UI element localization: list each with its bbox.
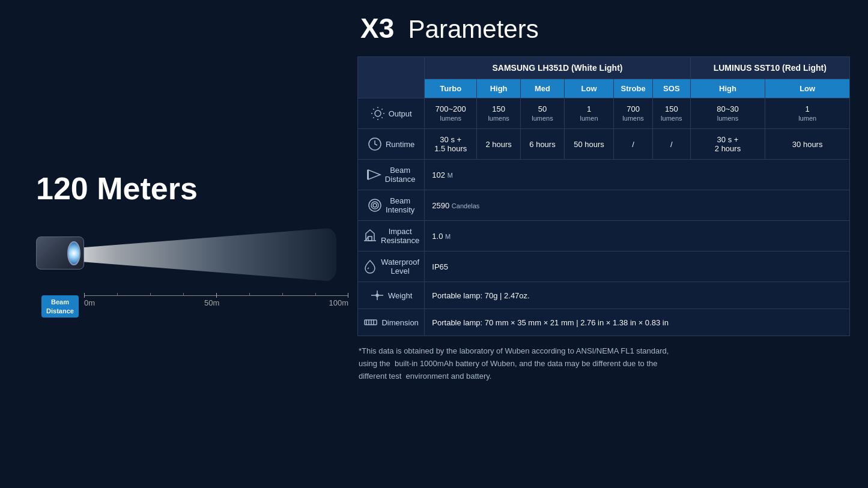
label-impact: ImpactResistance: [358, 221, 425, 252]
output-low-red: 1lumen: [765, 98, 850, 129]
output-strobe: 700lumens: [614, 98, 653, 129]
th-high-white: High: [477, 79, 521, 98]
svg-line-7: [373, 117, 374, 118]
model-name: X3: [360, 13, 394, 44]
label-weight: Weight: [358, 282, 425, 309]
label-runtime: Runtime: [358, 129, 425, 160]
th-high-red: High: [690, 79, 765, 98]
th-low-white: Low: [564, 79, 613, 98]
runtime-high-red: 30 s +2 hours: [690, 129, 765, 160]
flashlight-body: [36, 236, 84, 270]
specs-table: SAMSUNG LH351D (White Light) LUMINUS SST…: [357, 56, 850, 336]
right-panel: X3 Parameters SAMSUNG LH351D (White Ligh…: [357, 12, 850, 382]
beam-distance-icon: [367, 167, 381, 182]
scale-section: Beam Distance 0m 50m 100m: [36, 295, 348, 318]
beam-distance-badge: Beam Distance: [41, 295, 79, 318]
svg-line-8: [381, 109, 382, 109]
th-low-red: Low: [765, 79, 850, 98]
svg-line-17: [368, 268, 369, 269]
th-sos: SOS: [653, 79, 691, 98]
output-low: 1lumen: [564, 98, 613, 129]
svg-line-4: [381, 117, 382, 118]
scale-label-50: 50m: [204, 298, 219, 307]
waterproof-icon: [363, 259, 377, 274]
output-turbo: 700~200lumens: [425, 98, 477, 129]
runtime-high: 2 hours: [477, 129, 521, 160]
dimension-icon: [363, 315, 378, 330]
flashlight-lens: [67, 241, 80, 265]
svg-rect-11: [367, 170, 369, 179]
label-waterproof: WaterproofLevel: [358, 252, 425, 282]
ruler-area: 0m 50m 100m: [84, 295, 348, 307]
sun-icon: [371, 106, 385, 121]
runtime-sos: /: [653, 129, 691, 160]
th-turbo: Turbo: [425, 79, 477, 98]
th-luminus: LUMINUS SST10 (Red Light): [690, 57, 849, 79]
page-params: Parameters: [408, 15, 539, 43]
row-dimension: Dimension Portable lamp: 70 mm × 35 mm ×…: [358, 309, 850, 336]
runtime-med: 6 hours: [521, 129, 565, 160]
scale-label-0: 0m: [84, 298, 95, 307]
output-high: 150lumens: [477, 98, 521, 129]
svg-point-13: [371, 202, 378, 209]
svg-marker-10: [368, 170, 380, 179]
row-runtime: Runtime 30 s +1.5 hours 2 hours 6 hours …: [358, 129, 850, 160]
value-beam-distance: 102 M: [425, 160, 850, 190]
page-title: X3 Parameters: [357, 12, 850, 44]
runtime-low-red: 30 hours: [765, 129, 850, 160]
clock-icon: [368, 137, 382, 151]
footnote-text: *This data is obtained by the laboratory…: [359, 346, 669, 381]
label-output: Output: [358, 98, 425, 129]
th-samsung: SAMSUNG LH351D (White Light): [425, 57, 690, 79]
th-med: Med: [521, 79, 565, 98]
scale-label-100: 100m: [329, 298, 348, 307]
row-waterproof: WaterproofLevel IP65: [358, 252, 850, 282]
label-beam-distance: BeamDistance: [358, 160, 425, 190]
beam-distance-heading: 120 Meters: [36, 170, 360, 206]
th-strobe: Strobe: [614, 79, 653, 98]
weight-icon: [370, 288, 384, 303]
svg-point-0: [375, 110, 381, 116]
ruler-line: [84, 295, 348, 296]
value-beam-intensity: 2590 Candelas: [425, 190, 850, 221]
label-beam-intensity: BeamIntensity: [358, 190, 425, 221]
value-waterproof: IP65: [425, 252, 850, 282]
svg-point-12: [373, 203, 377, 207]
output-high-red: 80~30lumens: [690, 98, 765, 129]
left-panel: 120 Meters Beam Distance: [0, 0, 360, 488]
output-sos: 150lumens: [653, 98, 691, 129]
value-impact: 1.0 M: [425, 221, 850, 252]
output-med: 50lumens: [521, 98, 565, 129]
runtime-turbo: 30 s +1.5 hours: [425, 129, 477, 160]
svg-line-3: [373, 109, 374, 109]
flashlight-visual: [36, 224, 348, 285]
label-dimension: Dimension: [358, 309, 425, 336]
runtime-low: 50 hours: [564, 129, 613, 160]
row-output: Output 700~200lumens 150lumens 50lumens …: [358, 98, 850, 129]
value-weight: Portable lamp: 70g | 2.47oz.: [425, 282, 850, 309]
row-impact: ImpactResistance 1.0 M: [358, 221, 850, 252]
beam-ray: [60, 227, 336, 282]
row-beam-intensity: BeamIntensity 2590 Candelas: [358, 190, 850, 221]
badge-area: Beam Distance: [36, 295, 84, 318]
footnote: *This data is obtained by the laboratory…: [357, 345, 850, 382]
value-dimension: Portable lamp: 70 mm × 35 mm × 21 mm | 2…: [425, 309, 850, 336]
row-beam-distance: BeamDistance 102 M: [358, 160, 850, 190]
row-weight: Weight Portable lamp: 70g | 2.47oz.: [358, 282, 850, 309]
impact-icon: [363, 229, 377, 243]
beam-intensity-icon: [368, 198, 382, 212]
runtime-strobe: /: [614, 129, 653, 160]
svg-rect-15: [368, 236, 372, 241]
svg-point-14: [369, 199, 381, 211]
